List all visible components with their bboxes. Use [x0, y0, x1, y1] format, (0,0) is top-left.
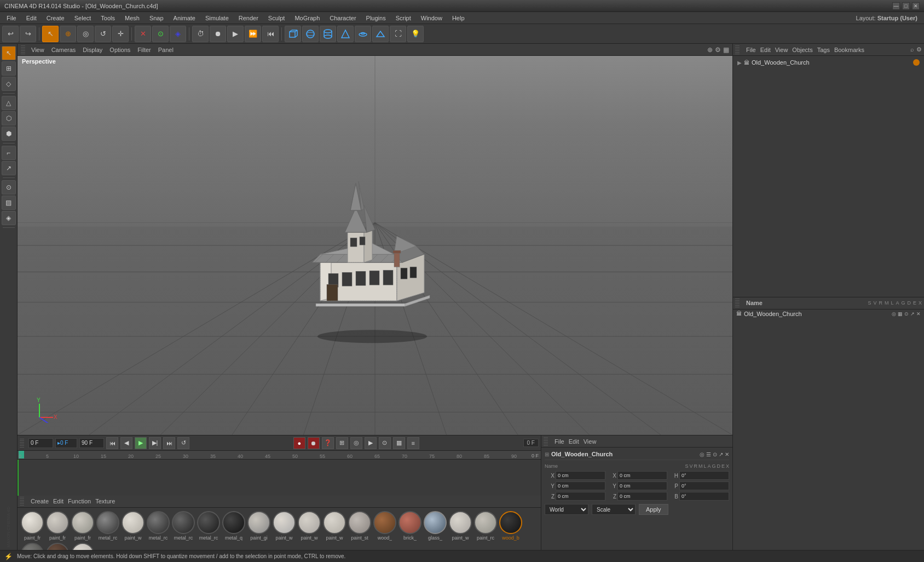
- mat-paint-w-1[interactable]: paint_w: [122, 511, 145, 541]
- mat-paint-fr-2[interactable]: paint_fr: [46, 511, 69, 541]
- prop-icon-3[interactable]: ⊙: [713, 451, 717, 457]
- undo-button[interactable]: ↩: [2, 26, 19, 42]
- p-input[interactable]: [679, 481, 729, 490]
- obj-menu-bookmarks[interactable]: Bookmarks: [834, 47, 864, 53]
- scale-dropdown[interactable]: Scale: [592, 504, 636, 515]
- obj-icon-search[interactable]: ⌕: [910, 46, 914, 53]
- mat-metal-rc-1[interactable]: metal_rc: [96, 511, 119, 541]
- timeline-track[interactable]: [18, 460, 541, 496]
- playhead[interactable]: [18, 460, 19, 496]
- menu-simulate[interactable]: Simulate: [201, 14, 233, 22]
- menu-help[interactable]: Help: [448, 14, 469, 22]
- lt-edit-button[interactable]: ⊞: [2, 61, 16, 76]
- sphere-button[interactable]: [302, 26, 319, 42]
- keyframe-button[interactable]: ⏱: [192, 26, 209, 42]
- mat-paint-fr-3[interactable]: paint_fr: [71, 511, 94, 541]
- lt-uv-button[interactable]: ◈: [2, 211, 16, 225]
- x-axis-button[interactable]: ✕: [135, 26, 151, 42]
- mat-concrete[interactable]: concret: [21, 543, 44, 550]
- tl-settings-button[interactable]: ⊙: [379, 437, 391, 449]
- mat-paint-st[interactable]: paint_st: [348, 511, 371, 541]
- menu-character[interactable]: Character: [325, 14, 360, 22]
- lt-grid-button[interactable]: ▨: [2, 196, 16, 210]
- mat-paint-gi[interactable]: paint_gi: [247, 511, 270, 541]
- y-pos-input[interactable]: [556, 481, 605, 490]
- tl-next-button[interactable]: ▶|: [149, 437, 161, 449]
- plane-button[interactable]: [372, 26, 389, 42]
- z-pos-input[interactable]: [556, 492, 605, 501]
- menu-tools[interactable]: Tools: [96, 14, 119, 22]
- viewport-settings-icon[interactable]: ⚙: [715, 46, 721, 54]
- viewport-menu-view[interactable]: View: [28, 45, 48, 54]
- obj-color-dot[interactable]: [913, 59, 920, 66]
- x-pos-input[interactable]: [556, 471, 605, 480]
- redo-button[interactable]: ↪: [20, 26, 36, 42]
- mat-metal-q[interactable]: metal_q: [222, 511, 245, 541]
- lt-extrude-button[interactable]: ↗: [2, 161, 16, 175]
- tl-key-button[interactable]: ●: [293, 437, 305, 449]
- tl-motion-button[interactable]: ▶: [365, 437, 377, 449]
- tl-filter-button[interactable]: ◎: [350, 437, 362, 449]
- lt-paint-button[interactable]: ⊙: [2, 180, 16, 194]
- mat-menu-function[interactable]: Function: [68, 498, 91, 504]
- viewport[interactable]: Perspective: [18, 56, 732, 435]
- mat-wood[interactable]: wood_: [373, 511, 396, 541]
- rotate-tool-button[interactable]: ↺: [95, 26, 111, 42]
- menu-create[interactable]: Create: [42, 14, 69, 22]
- maximize-button[interactable]: □: [902, 2, 910, 10]
- figure-button[interactable]: ⛶: [390, 26, 406, 42]
- mat-paint-fr-1[interactable]: paint_fr: [21, 511, 44, 541]
- apply-button[interactable]: Apply: [639, 504, 668, 515]
- menu-select[interactable]: Select: [70, 14, 96, 22]
- tl-more-button[interactable]: ≡: [407, 437, 419, 449]
- current-frame-input[interactable]: [28, 438, 53, 448]
- tl-play-button[interactable]: ▶: [135, 437, 147, 449]
- torus-button[interactable]: [355, 26, 371, 42]
- y-size-input[interactable]: [617, 481, 667, 490]
- obj-menu-tags[interactable]: Tags: [817, 47, 830, 53]
- move-tool-button[interactable]: ⊕: [60, 26, 76, 42]
- props-vis-icon[interactable]: ◎: [892, 311, 896, 317]
- b-input[interactable]: [679, 492, 729, 501]
- tl-snap-button[interactable]: ⊞: [336, 437, 348, 449]
- prop-icon-2[interactable]: ☰: [706, 451, 711, 457]
- props-delete-icon[interactable]: ✕: [916, 311, 921, 317]
- tab-e[interactable]: E: [721, 463, 725, 469]
- mat-wood-b[interactable]: wood_b: [499, 511, 522, 541]
- h-input[interactable]: [679, 471, 729, 480]
- viewport-menu-options[interactable]: Options: [106, 45, 134, 54]
- light-button[interactable]: 💡: [407, 26, 424, 42]
- obj-menu-objects[interactable]: Objects: [792, 47, 812, 53]
- cylinder-button[interactable]: [320, 26, 336, 42]
- props-lock-icon[interactable]: ↗: [910, 311, 915, 317]
- transform-button[interactable]: ✛: [112, 26, 129, 42]
- obj-menu-file[interactable]: File: [746, 47, 756, 53]
- world-dropdown[interactable]: World: [545, 504, 588, 515]
- mat-paint-w-r2[interactable]: paint_w: [449, 511, 472, 541]
- tab-x[interactable]: X: [726, 463, 729, 469]
- select-tool-button[interactable]: ↖: [42, 26, 59, 42]
- mat-metal-rc-4[interactable]: metal_rc: [197, 511, 220, 541]
- tab-a[interactable]: A: [707, 463, 711, 469]
- props-menu-edit[interactable]: Edit: [569, 438, 579, 445]
- viewport-menu-filter[interactable]: Filter: [134, 45, 154, 54]
- props-render-icon[interactable]: ▦: [898, 311, 903, 317]
- mat-metal-rc-2[interactable]: metal_rc: [147, 511, 170, 541]
- viewport-maximize-icon[interactable]: ⊕: [707, 46, 713, 54]
- mat-paint-w-4[interactable]: paint_w: [323, 511, 346, 541]
- obj-icon-settings[interactable]: ⚙: [916, 46, 922, 53]
- prop-icon-5[interactable]: ✕: [725, 451, 729, 457]
- tl-marker-button[interactable]: ❓: [322, 437, 334, 449]
- cone-button[interactable]: [337, 26, 354, 42]
- tab-g[interactable]: G: [712, 463, 715, 469]
- obj-menu-view[interactable]: View: [775, 47, 788, 53]
- mat-paint-w-r2b[interactable]: paint_w: [71, 543, 94, 550]
- props-menu-view[interactable]: View: [584, 438, 597, 445]
- props-anim-icon[interactable]: ⊙: [904, 311, 909, 317]
- tl-prev-button[interactable]: ◀: [120, 437, 132, 449]
- tl-end-button[interactable]: ⏭: [163, 437, 175, 449]
- mat-paint-w-3[interactable]: paint_w: [298, 511, 321, 541]
- lt-poly-button[interactable]: ◇: [2, 77, 16, 91]
- mat-metal-rc-3[interactable]: metal_rc: [172, 511, 195, 541]
- viewport-layout-icon[interactable]: ▦: [723, 46, 729, 54]
